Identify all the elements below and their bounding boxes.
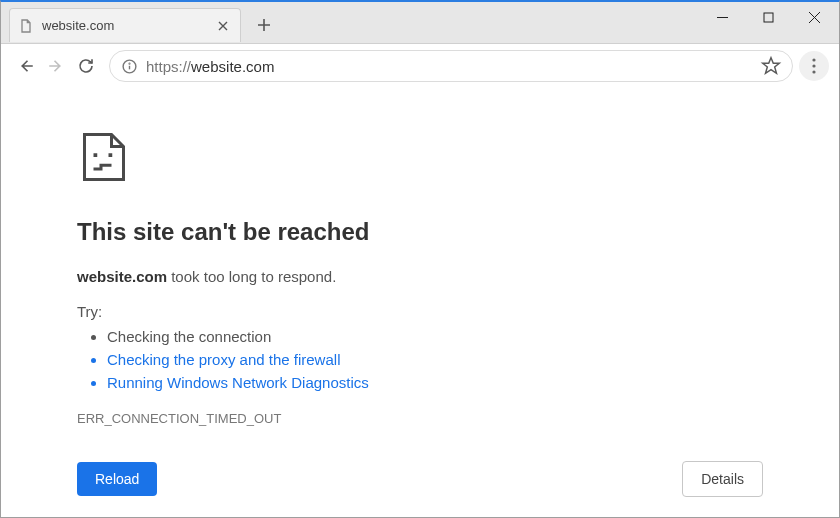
bookmark-icon[interactable] (760, 55, 782, 77)
error-action-bar: Reload Details (77, 461, 763, 497)
error-title: This site can't be reached (77, 218, 839, 246)
svg-rect-8 (109, 153, 113, 157)
suggestion-item[interactable]: Checking the proxy and the firewall (107, 351, 839, 368)
titlebar: website.com (1, 2, 839, 44)
error-desc-rest: took too long to respond. (167, 268, 336, 285)
svg-point-5 (812, 64, 815, 67)
tab-close-icon[interactable] (214, 17, 232, 35)
svg-rect-0 (764, 13, 773, 22)
window-close-button[interactable] (791, 2, 837, 32)
url-host: website.com (191, 58, 274, 75)
window-minimize-button[interactable] (699, 2, 745, 32)
forward-button[interactable] (41, 51, 71, 81)
site-info-icon[interactable] (120, 57, 138, 75)
svg-rect-7 (94, 153, 98, 157)
svg-point-4 (812, 58, 815, 61)
browser-menu-button[interactable] (799, 51, 829, 81)
browser-toolbar: https:// website.com (1, 44, 839, 88)
window-controls (699, 2, 837, 32)
reload-icon-button[interactable] (71, 51, 101, 81)
address-bar[interactable]: https:// website.com (109, 50, 793, 82)
suggestion-item: Checking the connection (107, 328, 839, 345)
error-host: website.com (77, 268, 167, 285)
suggestion-item[interactable]: Running Windows Network Diagnostics (107, 374, 839, 391)
suggestion-list: Checking the connectionChecking the prox… (107, 328, 839, 391)
tab-title: website.com (42, 18, 214, 33)
window-maximize-button[interactable] (745, 2, 791, 32)
page-icon (18, 18, 34, 34)
back-button[interactable] (11, 51, 41, 81)
new-tab-button[interactable] (249, 10, 279, 40)
browser-tab[interactable]: website.com (9, 8, 241, 42)
reload-button[interactable]: Reload (77, 462, 157, 496)
error-description: website.com took too long to respond. (77, 268, 839, 285)
error-page: This site can't be reached website.com t… (1, 88, 839, 517)
url-protocol: https:// (146, 58, 191, 75)
sad-page-icon (77, 130, 131, 184)
svg-point-3 (129, 63, 130, 64)
try-label: Try: (77, 303, 839, 320)
svg-point-6 (812, 70, 815, 73)
error-code: ERR_CONNECTION_TIMED_OUT (77, 411, 839, 426)
details-button[interactable]: Details (682, 461, 763, 497)
